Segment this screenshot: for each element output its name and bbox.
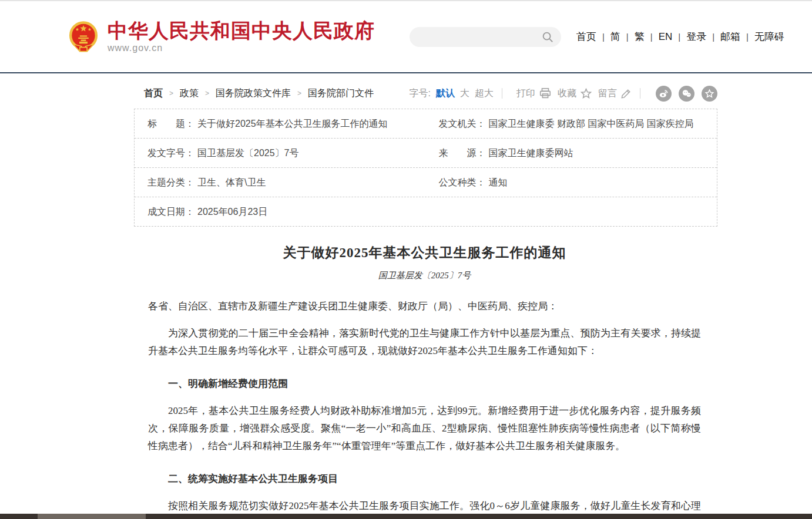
meta-label: 标 题：: [147, 118, 194, 129]
favorite-label: 收藏: [558, 87, 576, 100]
meta-cell: 发文字号：国卫基层发〔2025〕7号: [135, 139, 426, 167]
tools-divider: [502, 88, 502, 99]
meta-cell: 标 题：关于做好2025年基本公共卫生服务工作的通知: [135, 109, 426, 138]
comment-button[interactable]: 留言: [598, 87, 632, 100]
meta-cell: 公文种类：通知: [426, 168, 717, 197]
meta-label: 成文日期：: [147, 206, 194, 217]
meta-value: 卫生、体育\卫生: [197, 177, 266, 188]
meta-cell: 发文机关：国家卫生健康委 财政部 国家中医药局 国家疾控局: [426, 109, 717, 138]
font-size-label: 字号:: [410, 87, 431, 100]
font-size-option-1[interactable]: 大: [460, 88, 469, 98]
scrollbar-thumb[interactable]: [38, 514, 146, 519]
paragraphs: 各省、自治区、直辖市及新疆生产建设兵团卫生健康委、财政厅（局）、中医药局、疾控局…: [148, 281, 701, 519]
meta-value: 通知: [489, 177, 508, 188]
document-number: 国卫基层发〔2025〕7号: [148, 270, 701, 281]
breadcrumb-item-2[interactable]: 国务院政策文件库: [216, 87, 291, 100]
national-emblem-logo: [67, 20, 100, 54]
body-paragraph: 各省、自治区、直辖市及新疆生产建设兵团卫生健康委、财政厅（局）、中医药局、疾控局…: [148, 298, 701, 315]
body-paragraph: 为深入贯彻党的二十届三中全会精神，落实新时代党的卫生与健康工作方针中以基层为重点…: [148, 325, 701, 360]
meta-label: 公文种类：: [439, 177, 486, 188]
header-right: 首页|简|繁|EN|登录|邮箱|无障碍: [410, 27, 790, 47]
tools-divider: [640, 88, 640, 99]
font-size-options: 默认大超大: [431, 87, 494, 100]
breadcrumb-item-0[interactable]: 首页: [144, 87, 163, 100]
breadcrumb-separator: >: [205, 89, 209, 97]
font-size-option-2[interactable]: 超大: [475, 88, 494, 98]
site-title: 中华人民共和国中央人民政府: [108, 20, 375, 42]
toolbar-row: 首页>政策>国务院政策文件库>国务院部门文件 字号: 默认大超大 打印 收藏: [134, 83, 717, 103]
footer-bar: [0, 514, 812, 519]
meta-value: 关于做好2025年基本公共卫生服务工作的通知: [197, 118, 388, 129]
wechat-icon[interactable]: [679, 86, 694, 102]
search-input[interactable]: [419, 32, 541, 42]
meta-table-row-3: 成文日期：2025年06月23日: [135, 197, 717, 226]
body-paragraph: 2025年，基本公共卫生服务经费人均财政补助标准增加5元，达到99元。新增经费用…: [148, 402, 701, 455]
top-nav-item-4[interactable]: 登录: [680, 30, 712, 43]
meta-label: 来 源：: [439, 147, 486, 159]
page-tools: 字号: 默认大超大 打印 收藏: [410, 86, 717, 102]
top-nav-item-2[interactable]: 繁: [629, 30, 650, 43]
top-nav-item-0[interactable]: 首页: [571, 30, 602, 43]
printer-icon: [539, 87, 552, 100]
meta-cell: 来 源：国家卫生健康委网站: [426, 139, 717, 167]
favorite-button[interactable]: 收藏: [558, 87, 592, 100]
search-icon[interactable]: [541, 31, 554, 43]
meta-table-row-0: 标 题：关于做好2025年基本公共卫生服务工作的通知发文机关：国家卫生健康委 财…: [135, 109, 717, 139]
breadcrumb: 首页>政策>国务院政策文件库>国务院部门文件: [134, 87, 374, 100]
top-nav-item-3[interactable]: EN: [653, 31, 679, 43]
meta-value: 2025年06月23日: [197, 206, 267, 217]
header-divider: [0, 72, 812, 73]
breadcrumb-item-1[interactable]: 政策: [180, 87, 199, 100]
document-title: 关于做好2025年基本公共卫生服务工作的通知: [148, 244, 701, 262]
section-heading: 一、明确新增经费使用范围: [148, 375, 701, 393]
brand-block: 中华人民共和国中央人民政府 www.gov.cn: [108, 20, 375, 53]
search-box[interactable]: [410, 27, 561, 47]
meta-table-row-1: 发文字号：国卫基层发〔2025〕7号来 源：国家卫生健康委网站: [135, 139, 717, 168]
font-size-option-0[interactable]: 默认: [436, 88, 455, 98]
breadcrumb-separator: >: [169, 89, 173, 97]
star-icon: [580, 87, 592, 100]
document-meta-table: 标 题：关于做好2025年基本公共卫生服务工作的通知发文机关：国家卫生健康委 财…: [134, 109, 717, 227]
meta-label: 发文字号：: [147, 147, 194, 159]
top-nav-item-5[interactable]: 邮箱: [714, 30, 746, 43]
section-heading: 二、统筹实施好基本公共卫生服务项目: [148, 470, 701, 488]
top-nav: 首页|简|繁|EN|登录|邮箱|无障碍: [571, 30, 790, 43]
page: 中华人民共和国中央人民政府 www.gov.cn 首页|简|繁|EN|登录|邮箱…: [0, 0, 812, 519]
top-nav-item-6[interactable]: 无障碍: [749, 30, 790, 43]
meta-label: 主题分类：: [147, 177, 194, 188]
print-button[interactable]: 打印: [516, 87, 552, 100]
meta-cell: 成文日期：2025年06月23日: [135, 197, 426, 226]
meta-value: 国卫基层发〔2025〕7号: [197, 147, 299, 159]
meta-label: 发文机关：: [439, 118, 486, 129]
star-share-icon[interactable]: [702, 86, 717, 102]
meta-value: 国家卫生健康委 财政部 国家中医药局 国家疾控局: [489, 118, 694, 129]
breadcrumb-separator: >: [297, 89, 301, 97]
pencil-icon: [620, 88, 632, 99]
document-body: 关于做好2025年基本公共卫生服务工作的通知 国卫基层发〔2025〕7号 各省、…: [134, 244, 717, 519]
site-header: 中华人民共和国中央人民政府 www.gov.cn 首页|简|繁|EN|登录|邮箱…: [0, 1, 812, 72]
comment-label: 留言: [598, 87, 617, 100]
top-nav-item-1[interactable]: 简: [605, 30, 626, 43]
breadcrumb-item-3[interactable]: 国务院部门文件: [308, 87, 374, 100]
content-column: 首页>政策>国务院政策文件库>国务院部门文件 字号: 默认大超大 打印 收藏: [134, 83, 717, 519]
meta-table-row-2: 主题分类：卫生、体育\卫生公文种类：通知: [135, 168, 717, 197]
weibo-icon[interactable]: [656, 86, 672, 102]
meta-cell: 主题分类：卫生、体育\卫生: [135, 168, 426, 197]
site-url: www.gov.cn: [108, 43, 375, 53]
print-label: 打印: [516, 87, 535, 100]
meta-value: 国家卫生健康委网站: [489, 147, 573, 159]
